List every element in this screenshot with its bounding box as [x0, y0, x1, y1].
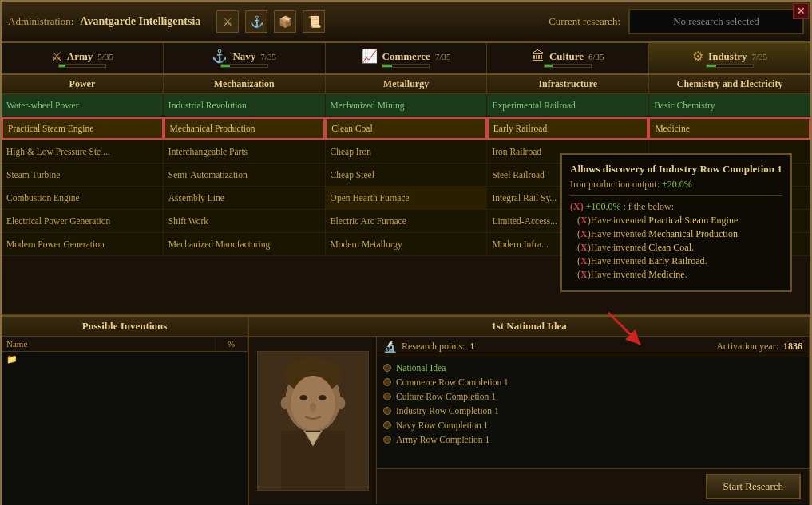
tech-cell-4-2[interactable]: Open Hearth Furnace — [326, 187, 488, 209]
start-research-bar: Start Research — [377, 468, 809, 504]
bottom-panels: Possible Inventions Name % 📁 1st Nationa… — [2, 315, 810, 505]
tooltip-x-marker: (X) — [570, 201, 586, 212]
tab-army-progress: 5/35 — [97, 52, 113, 61]
col-header-power: Power — [2, 75, 164, 93]
tech-cell-0-2[interactable]: Mechanized Mining — [326, 94, 488, 116]
admin-icon-anchor[interactable]: ⚓ — [245, 10, 267, 33]
national-idea-panel: 1st National Idea — [249, 317, 810, 505]
tooltip-title: Allows discovery of Industry Row Complet… — [570, 163, 782, 176]
tech-cell-6-2[interactable]: Modern Metallurgy — [326, 233, 488, 255]
main-window: ✕ Administration: Avantgarde Intelligent… — [0, 0, 812, 505]
close-button[interactable]: ✕ — [793, 3, 809, 19]
tooltip-cond-0: (X)Have invented Practical Steam Engine. — [570, 215, 782, 227]
admin-icon-trade[interactable]: 📦 — [274, 10, 296, 33]
tech-cell-4-0[interactable]: Combustion Engine — [2, 187, 164, 209]
research-points-bar: 🔬 Research points: 1 Activation year: 18… — [377, 337, 809, 357]
admin-icons: ⚔ ⚓ 📦 📜 — [216, 10, 325, 33]
idea-bullet-3 — [383, 407, 391, 415]
activation-year-value: 1836 — [783, 341, 802, 353]
industry-icon: ⚙ — [692, 49, 703, 64]
tab-commerce[interactable]: 📈 Commerce 7/35 — [326, 43, 488, 73]
tech-cell-5-2[interactable]: Electric Arc Furnace — [326, 210, 488, 232]
inventions-folder[interactable]: 📁 — [2, 352, 248, 367]
idea-item-0[interactable]: National Idea — [380, 361, 806, 375]
tech-cell-5-1[interactable]: Shift Work — [164, 210, 326, 232]
tab-culture-label: Culture — [549, 50, 584, 63]
tech-cell-3-0[interactable]: Steam Turbine — [2, 164, 164, 186]
research-points-icon: 🔬 — [383, 340, 397, 353]
navy-progress-fill — [221, 65, 231, 67]
admin-icon-swords[interactable]: ⚔ — [216, 10, 239, 33]
tab-navy-label: Navy — [232, 50, 255, 63]
tech-cell-1-0[interactable]: Practical Steam Engine — [2, 117, 164, 140]
army-icon: ⚔ — [51, 49, 62, 64]
tab-navy[interactable]: ⚓ Navy 7/35 — [164, 43, 326, 73]
navy-progress-bar — [220, 64, 268, 68]
research-points-label: Research points: — [402, 341, 465, 353]
tech-cell-4-1[interactable]: Assembly Line — [164, 187, 326, 209]
idea-item-5[interactable]: Army Row Completion 1 — [380, 432, 806, 447]
tech-cell-2-2[interactable]: Cheap Iron — [326, 140, 488, 163]
tab-industry[interactable]: ⚙ Industry 7/35 — [649, 43, 810, 73]
tooltip-box: Allows discovery of Industry Row Complet… — [560, 153, 792, 292]
idea-bullet-0 — [383, 364, 391, 372]
admin-name: Avantgarde Intelligentsia — [80, 15, 200, 28]
tab-commerce-progress: 7/35 — [435, 52, 451, 61]
ni-title: 1st National Idea — [249, 317, 809, 337]
idea-item-2[interactable]: Culture Row Completion 1 — [380, 389, 806, 404]
tab-bar: ⚔ Army 5/35 ⚓ Navy 7/35 📈 Commerce 7/35 — [2, 43, 810, 75]
svg-rect-13 — [258, 352, 368, 490]
idea-item-1[interactable]: Commerce Row Completion 1 — [380, 375, 806, 389]
tooltip-multiplier-label: : f the below: — [623, 201, 674, 212]
tech-cell-0-3[interactable]: Experimental Railroad — [487, 94, 649, 116]
portrait-svg — [258, 351, 368, 491]
tooltip-cond-3: (X)Have invented Early Railroad. — [570, 255, 782, 267]
tech-cell-1-1[interactable]: Mechanical Production — [164, 117, 326, 140]
tab-industry-progress: 7/35 — [752, 52, 768, 61]
tech-cell-1-4[interactable]: Medicine — [648, 117, 810, 140]
inv-col-name-header: Name — [2, 337, 216, 351]
ideas-list: National IdeaCommerce Row Completion 1Cu… — [377, 357, 809, 468]
start-research-button[interactable]: Start Research — [706, 474, 801, 499]
idea-item-4[interactable]: Navy Row Completion 1 — [380, 418, 806, 432]
tech-cell-1-2[interactable]: Clean Coal — [325, 117, 487, 140]
commerce-progress-bar — [382, 64, 430, 68]
activation-year-label: Activation year: — [716, 341, 778, 353]
no-research-text: No research selected — [673, 15, 759, 28]
industry-progress-bar — [706, 64, 754, 68]
inv-pct-label: % — [228, 339, 235, 349]
tooltip-multiplier: (X) +100.0% : f the below: — [570, 201, 782, 213]
commerce-progress-fill — [382, 65, 392, 67]
idea-bullet-1 — [383, 378, 391, 386]
tab-culture[interactable]: 🏛 Culture 6/35 — [487, 43, 649, 73]
col-header-infrastructure: Infrastructure — [487, 75, 649, 93]
tech-cell-2-0[interactable]: High & Low Pressure Ste ... — [2, 140, 164, 163]
tab-commerce-label: Commerce — [382, 50, 430, 63]
admin-icon-scroll[interactable]: 📜 — [303, 10, 325, 33]
army-progress-bar — [58, 64, 106, 68]
tab-army-label: Army — [67, 50, 93, 63]
tech-cell-1-3[interactable]: Early Railroad — [487, 117, 649, 140]
tech-cell-2-1[interactable]: Interchangeable Parts — [164, 140, 326, 163]
army-progress-fill — [59, 65, 65, 67]
tech-cell-0-4[interactable]: Basic Chemistry — [649, 94, 810, 116]
idea-name-1: Commerce Row Completion 1 — [396, 377, 509, 387]
idea-name-3: Industry Row Completion 1 — [396, 406, 499, 416]
tech-cell-0-1[interactable]: Industrial Revolution — [164, 94, 326, 116]
commerce-icon: 📈 — [362, 49, 378, 64]
tooltip-effect-value: +20.0% — [662, 179, 692, 190]
tech-cell-5-0[interactable]: Electrical Power Generation — [2, 210, 164, 232]
idea-item-3[interactable]: Industry Row Completion 1 — [380, 404, 806, 418]
portrait-image — [257, 351, 369, 491]
tech-cell-6-0[interactable]: Modern Power Generation — [2, 233, 164, 255]
tooltip-divider — [570, 195, 782, 196]
tech-cell-0-0[interactable]: Water-wheel Power — [2, 94, 164, 116]
tab-navy-progress: 7/35 — [260, 52, 276, 61]
inventions-table-header: Name % — [2, 337, 248, 352]
tab-army[interactable]: ⚔ Army 5/35 — [2, 43, 164, 73]
ni-portrait — [249, 337, 377, 504]
tech-cell-3-2[interactable]: Cheap Steel — [326, 164, 488, 186]
tech-cell-3-1[interactable]: Semi-Automatization — [164, 164, 326, 186]
tech-cell-6-1[interactable]: Mechanized Manufacturing — [164, 233, 326, 255]
col-header-metallurgy: Metallurgy — [326, 75, 488, 93]
